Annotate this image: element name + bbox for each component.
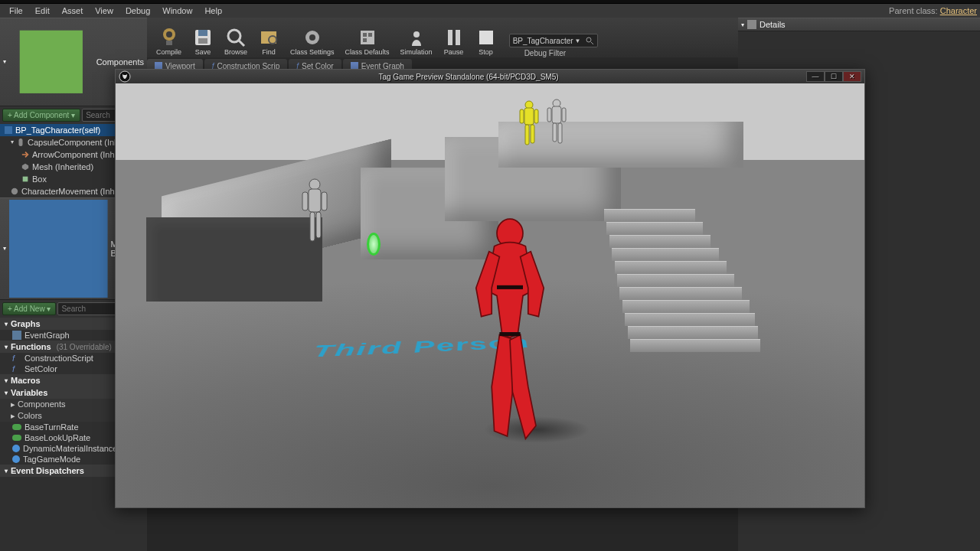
svg-rect-45: [322, 192, 327, 210]
float-pill-icon: [12, 424, 21, 430]
svg-rect-56: [547, 108, 551, 122]
browse-button[interactable]: Browse: [220, 25, 252, 57]
window-minimize-button[interactable]: —: [806, 71, 825, 82]
svg-rect-26: [363, 33, 367, 37]
svg-rect-41: [499, 332, 520, 336]
unreal-logo-icon: [119, 70, 131, 83]
menu-help[interactable]: Help: [198, 5, 228, 17]
compile-icon: [158, 27, 180, 48]
svg-rect-17: [198, 30, 207, 36]
svg-rect-3: [5, 126, 12, 134]
menu-debug[interactable]: Debug: [119, 5, 156, 17]
pickup-capsule: [367, 233, 381, 256]
svg-rect-47: [316, 212, 321, 238]
svg-rect-58: [553, 123, 557, 142]
simulation-icon: [407, 28, 426, 47]
svg-text:f: f: [12, 354, 15, 363]
window-close-button[interactable]: ✕: [843, 71, 861, 82]
stop-button[interactable]: Stop: [471, 25, 501, 57]
find-icon: [259, 28, 279, 47]
find-button[interactable]: Find: [253, 25, 284, 57]
svg-point-24: [309, 34, 315, 41]
add-new-button[interactable]: + Add New ▾: [2, 302, 56, 315]
svg-rect-50: [520, 109, 524, 123]
svg-rect-37: [747, 20, 756, 29]
function-icon: f: [12, 364, 21, 373]
stairs: [604, 209, 734, 362]
main-toolbar: Compile Save Browse Find Class Settings …: [147, 18, 738, 57]
functions-override-count: (31 Overridable): [57, 343, 112, 351]
capsule-icon: [17, 139, 24, 146]
game-preview-window[interactable]: Tag Game Preview Standalone (64-bit/PCD3…: [115, 69, 865, 508]
parent-class-link[interactable]: Character: [940, 6, 977, 15]
grey-ai-character: [540, 97, 573, 151]
window-maximize-button[interactable]: ☐: [825, 71, 843, 82]
svg-rect-18: [198, 38, 207, 44]
defaults-icon: [358, 28, 377, 47]
svg-rect-51: [534, 109, 538, 123]
svg-rect-10: [12, 331, 21, 340]
grey-ai-character: [292, 175, 338, 252]
svg-point-19: [228, 30, 240, 42]
game-window-title: Tag Game Preview Standalone (64-bit/PCD3…: [134, 73, 803, 81]
details-icon: [747, 20, 756, 29]
save-icon: [193, 28, 213, 47]
game-viewport[interactable]: Third Person: [116, 83, 864, 507]
menu-edit[interactable]: Edit: [29, 5, 56, 17]
class-settings-button[interactable]: Class Settings: [286, 25, 339, 57]
svg-rect-30: [448, 30, 452, 45]
movement-icon: [11, 187, 18, 195]
float-pill-icon: [12, 435, 21, 441]
svg-rect-25: [361, 31, 374, 44]
blueprint-panel-icon: [9, 200, 108, 298]
menu-file[interactable]: File: [3, 5, 29, 17]
arrow-icon: [21, 151, 29, 158]
game-window-titlebar[interactable]: Tag Game Preview Standalone (64-bit/PCD3…: [116, 70, 864, 83]
stop-icon: [478, 29, 495, 46]
save-button[interactable]: Save: [188, 25, 218, 57]
svg-rect-49: [524, 108, 534, 125]
svg-line-20: [239, 41, 244, 46]
svg-point-6: [11, 187, 18, 194]
menu-asset[interactable]: Asset: [56, 5, 90, 17]
pause-button[interactable]: Pause: [439, 25, 469, 57]
svg-rect-15: [166, 41, 172, 45]
svg-rect-44: [302, 192, 308, 210]
details-panel-header[interactable]: Details: [738, 18, 980, 31]
svg-rect-59: [558, 123, 562, 143]
debug-filter-select[interactable]: BP_TagCharacter▼: [509, 34, 599, 47]
svg-rect-32: [479, 31, 493, 44]
svg-rect-31: [456, 30, 460, 45]
function-icon: f: [12, 354, 21, 363]
svg-rect-4: [19, 139, 23, 146]
pause-icon: [446, 28, 462, 47]
svg-rect-53: [531, 125, 534, 143]
simulation-button[interactable]: Simulation: [396, 25, 437, 57]
object-pill-icon: [12, 455, 20, 463]
svg-rect-46: [310, 212, 315, 241]
search-icon: [585, 36, 594, 45]
debug-filter-label: Debug Filter: [524, 49, 566, 57]
class-defaults-button[interactable]: Class Defaults: [341, 25, 394, 57]
add-component-button[interactable]: + Add Component ▾: [2, 109, 80, 122]
menu-bar: File Edit Asset View Debug Window Help P…: [0, 4, 980, 18]
mesh-icon: [21, 163, 29, 171]
svg-rect-43: [309, 189, 321, 212]
graph-icon: [12, 331, 21, 340]
object-pill-icon: [12, 445, 20, 452]
gear-icon: [302, 28, 322, 47]
svg-rect-52: [525, 125, 529, 145]
svg-text:f: f: [12, 364, 15, 373]
components-icon: [9, 20, 93, 104]
box-icon: [21, 175, 29, 183]
red-player-character: [445, 214, 575, 451]
svg-rect-57: [562, 108, 566, 122]
svg-rect-28: [363, 38, 367, 42]
blueprint-icon: [5, 126, 12, 134]
svg-point-33: [586, 37, 591, 42]
menu-view[interactable]: View: [89, 5, 119, 17]
menu-window[interactable]: Window: [156, 5, 198, 17]
compile-button[interactable]: Compile: [152, 25, 186, 57]
svg-rect-7: [9, 200, 108, 298]
parent-class-label: Parent class: Character: [889, 6, 977, 15]
